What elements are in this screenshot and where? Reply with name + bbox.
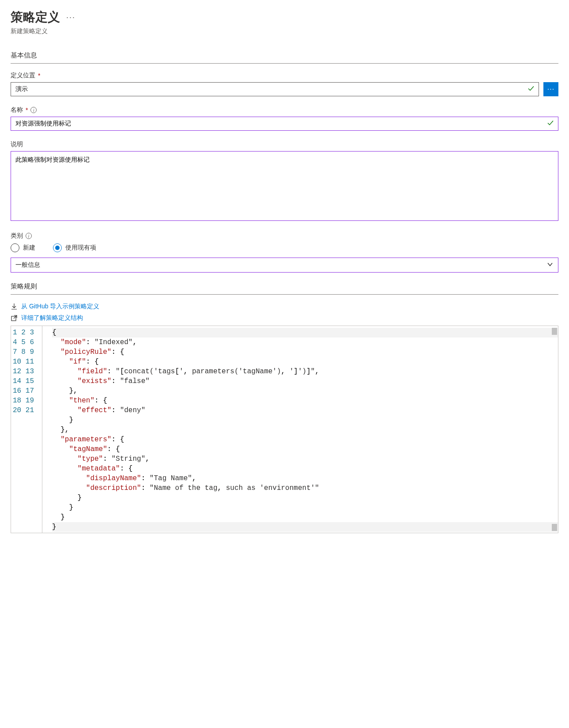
github-link-text: 从 GitHub 导入示例策略定义 xyxy=(21,303,99,311)
required-indicator: * xyxy=(38,72,40,79)
name-label: 名称 xyxy=(11,106,23,114)
name-input[interactable] xyxy=(11,117,558,131)
learn-more-link[interactable]: 详细了解策略定义结构 xyxy=(11,314,558,322)
editor-code[interactable]: { "mode": "Indexed", "policyRule": { "if… xyxy=(42,326,558,533)
more-menu-icon[interactable]: ··· xyxy=(66,13,75,22)
scrollbar-thumb[interactable] xyxy=(552,524,557,531)
radio-label-existing: 使用现有项 xyxy=(65,244,96,252)
category-radio-new[interactable]: 新建 xyxy=(11,243,35,252)
category-select[interactable]: 一般信息 xyxy=(11,258,558,273)
radio-icon xyxy=(11,243,19,252)
location-label: 定义位置 xyxy=(11,72,35,80)
policy-rule-editor[interactable]: 1 2 3 4 5 6 7 8 9 10 11 12 13 14 15 16 1… xyxy=(11,326,558,533)
radio-label-new: 新建 xyxy=(23,244,35,252)
external-link-icon xyxy=(11,315,18,322)
info-icon[interactable]: i xyxy=(30,107,37,113)
info-icon[interactable]: i xyxy=(26,233,32,239)
page-subtitle: 新建策略定义 xyxy=(11,27,558,35)
scrollbar-thumb[interactable] xyxy=(552,328,557,335)
section-divider xyxy=(11,294,558,295)
category-radio-existing[interactable]: 使用现有项 xyxy=(53,243,96,252)
description-textarea[interactable] xyxy=(11,151,558,221)
section-rule-label: 策略规则 xyxy=(11,282,558,291)
learn-link-text: 详细了解策略定义结构 xyxy=(21,314,83,322)
section-divider xyxy=(11,63,558,64)
location-picker-button[interactable]: ··· xyxy=(543,82,558,96)
location-input[interactable] xyxy=(11,82,539,96)
category-label: 类别 xyxy=(11,232,23,240)
import-from-github-link[interactable]: 从 GitHub 导入示例策略定义 xyxy=(11,303,558,311)
section-basic-label: 基本信息 xyxy=(11,51,558,60)
required-indicator: * xyxy=(26,106,28,114)
page-title: 策略定义 xyxy=(11,9,60,26)
radio-icon xyxy=(53,243,62,252)
editor-gutter: 1 2 3 4 5 6 7 8 9 10 11 12 13 14 15 16 1… xyxy=(11,326,42,533)
download-icon xyxy=(11,303,18,310)
description-label: 说明 xyxy=(11,140,23,148)
